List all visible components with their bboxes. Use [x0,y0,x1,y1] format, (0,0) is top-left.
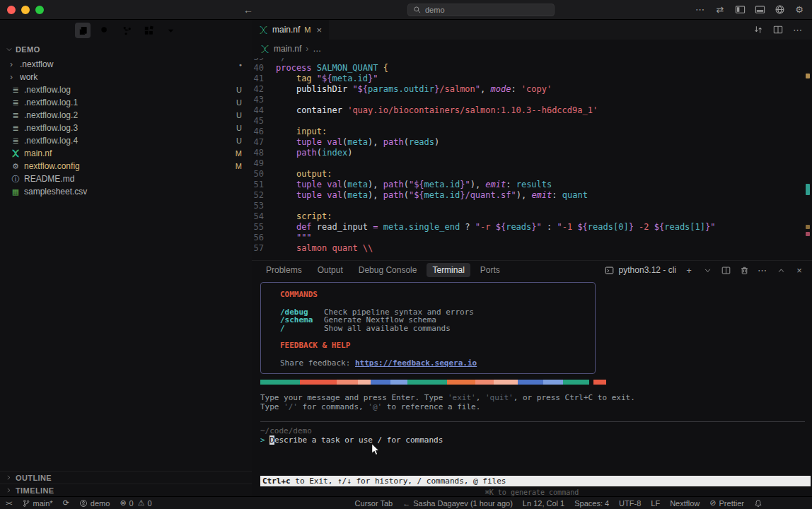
tree-item--nextflow[interactable]: ›.nextflow● [0,58,252,71]
tree-item-work[interactable]: ›work [0,71,252,83]
status-item-bell-icon[interactable] [754,499,762,508]
code-editor[interactable]: 39*/40process SALMON_QUANT {41 tag "${me… [252,58,812,260]
minimize-window-button[interactable] [21,6,30,14]
status-item-0[interactable]: ⊗0 [120,498,133,508]
more-icon[interactable]: ⋯ [695,4,706,16]
more-icon[interactable]: ⋯ [757,264,768,276]
chevron-down-icon[interactable] [702,264,713,276]
tree-item-README-md[interactable]: ⓘREADME.md [0,172,252,185]
git-status-badge: ● [239,62,242,67]
status-item-demo[interactable]: demo [79,499,110,508]
sidebar-section-outline[interactable]: OUTLINE [0,471,252,484]
activity-files-icon[interactable] [75,23,91,38]
warning-icon: ⚠ [138,498,145,508]
stripe-segment [390,380,407,385]
terminal-profile-select[interactable]: python3.12 - cli [604,264,676,276]
status-item-remote-icon[interactable]: >< [6,500,12,507]
feedback-label: Share feedback: [280,358,355,368]
sidebar-section-timeline[interactable]: TIMELINE [0,484,252,496]
tree-item-nextflow-config[interactable]: ⚙nextflow.configM [0,160,252,172]
status-item-lf[interactable]: LF [651,499,660,508]
breadcrumb-file[interactable]: main.nf [274,44,301,54]
compare-changes-icon[interactable] [753,24,764,35]
panel-tab-debug-console[interactable]: Debug Console [353,263,423,277]
scrollbar-mark [806,184,810,195]
close-icon[interactable]: × [794,264,805,276]
code-line-45: 45 [252,116,812,127]
split-editor-icon[interactable] [720,264,731,276]
code-line-40: 40process SALMON_QUANT { [252,63,812,74]
tree-item--nextflow-log-3[interactable]: ≣.nextflow.log.3U [0,122,252,134]
status-item-ln-12-col-1[interactable]: Ln 12, Col 1 [523,499,564,508]
chevron-down-icon [6,46,13,53]
stripe-segment [371,380,390,385]
file-label: .nextflow.log.2 [24,110,236,120]
chevron-up-icon[interactable] [775,264,787,276]
trash-icon[interactable] [738,264,750,276]
status-item-prettier[interactable]: ⊘Prettier [709,498,744,508]
status-item-main-[interactable]: main* [22,499,53,508]
layout-sidebar-icon[interactable] [734,4,746,16]
status-item-spaces-4[interactable]: Spaces: 4 [574,499,609,508]
command-center-search[interactable]: demo [407,4,555,16]
scrollbar-mark [806,232,810,236]
tab-main-nf[interactable]: main.nf M × [252,20,329,40]
code-line-41: 41 tag "${meta.id}" [252,74,812,84]
plus-icon[interactable]: + [683,264,695,276]
panel-tab-problems[interactable]: Problems [260,263,308,277]
breadcrumb[interactable]: main.nf › … [252,40,812,58]
tree-item-samplesheet-csv[interactable]: ▦samplesheet.csv [0,185,252,198]
tree-item--nextflow-log-1[interactable]: ≣.nextflow.log.1U [0,96,252,109]
status-item-sasha-dagayev-1-hour-ago-[interactable]: ←Sasha Dagayev (1 hour ago) [402,499,513,508]
line-number: 55 [252,222,276,233]
globe-icon[interactable] [774,4,785,16]
status-item-cursor-tab[interactable]: Cursor Tab [355,499,393,508]
explorer-section-header[interactable]: DEMO [0,41,252,58]
tree-item--nextflow-log-2[interactable]: ≣.nextflow.log.2U [0,109,252,122]
navigate-back-icon[interactable]: ← [243,4,253,16]
line-number: 45 [252,116,276,127]
nextflow-logo-icon [259,25,268,35]
status-item-utf-8[interactable]: UTF-8 [619,499,641,508]
close-tab-icon[interactable]: × [317,25,323,35]
tree-item--nextflow-log[interactable]: ≣.nextflow.logU [0,83,252,96]
status-label: Ln 12, Col 1 [523,499,564,508]
tree-item-main-nf[interactable]: main.nfM [0,147,252,160]
panel-tab-output[interactable]: Output [312,263,349,277]
activity-search-icon[interactable] [97,23,112,38]
more-icon[interactable]: ⋯ [792,24,804,35]
code-line-55: 55 def read_input = meta.single_end ? "-… [252,222,812,233]
remote-icon: >< [6,500,12,507]
gear-icon[interactable]: ⚙ [794,4,805,16]
status-item-0[interactable]: ⚠0 [138,498,152,508]
panel-tab-terminal[interactable]: Terminal [427,263,470,277]
tree-item--nextflow-log-4[interactable]: ≣.nextflow.log.4U [0,134,252,147]
feedback-link[interactable]: https://feedback.seqera.io [355,358,477,368]
breadcrumb-symbol[interactable]: … [313,44,321,54]
terminal-prompt-line[interactable]: > Describe a task or use / for commands [260,435,443,445]
status-item-nextflow[interactable]: Nextflow [670,499,700,508]
status-item-sync-icon[interactable]: ⟳ [63,498,69,508]
sync-swap-icon[interactable]: ⇄ [714,4,726,16]
editor-actions: ⋯ [753,24,812,35]
stripe-segment [447,380,475,385]
layout-panel-icon[interactable] [754,4,765,16]
close-window-button[interactable] [7,6,16,14]
maximize-window-button[interactable] [35,6,44,14]
line-number: 48 [252,148,276,158]
activity-chevron-down-icon[interactable] [163,23,178,38]
feedback-line: Share feedback: https://feedback.seqera.… [280,359,595,368]
stripe-segment [260,380,300,385]
activity-extensions-icon[interactable] [141,23,156,38]
mouse-pointer [371,443,381,457]
terminal-input-text: escribe a task or use / for commands [274,435,443,445]
hint-key: Ctrl+c [262,476,291,486]
terminal-viewport[interactable]: COMMANDS /debugCheck pipeline syntax and… [252,279,812,496]
panel-tab-ports[interactable]: Ports [475,263,506,277]
split-editor-icon[interactable] [772,24,784,35]
vscode-window: ← demo ⋯⇄⚙ DEMO ›.nextflow●›work≣.nextfl… [0,0,812,509]
terminal-icon [604,264,615,276]
git-status-badge: U [236,86,242,94]
line-number: 53 [252,201,276,211]
activity-source-control-icon[interactable] [119,23,134,38]
